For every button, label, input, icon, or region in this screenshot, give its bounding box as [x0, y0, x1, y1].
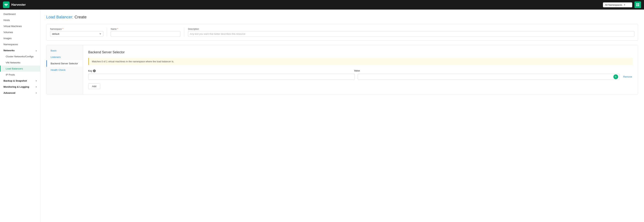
notice-text: Matches 0 of 1 virtual machines in the n…: [92, 60, 174, 63]
sidebar-item-images[interactable]: Images: [0, 35, 40, 41]
kv-value-header: Value: [354, 69, 617, 72]
key-header-text: Key: [88, 70, 92, 72]
kv-key-input[interactable]: app: [88, 74, 355, 80]
kv-add-button[interactable]: Add: [88, 83, 100, 89]
sidebar-item-dashboard[interactable]: Dashboard: [0, 11, 40, 17]
tab-content-backend-server-selector: Backend Server Selector Matches 0 of 1 v…: [83, 45, 638, 94]
kv-remove-button[interactable]: Remove: [622, 75, 633, 78]
description-label: Description: [188, 28, 634, 30]
svg-rect-3: [636, 3, 638, 5]
networks-expand-icon: ▲: [35, 49, 37, 52]
kv-key-header: Key i: [88, 69, 351, 72]
sidebar-item-networks[interactable]: Networks ▲: [0, 47, 40, 53]
kv-value-input[interactable]: nginx: [358, 74, 620, 80]
kv-header: Key i Value: [88, 69, 633, 72]
sidebar-label-images: Images: [4, 37, 12, 40]
description-input[interactable]: [188, 31, 634, 37]
form-row: Namespace * default Name * demo Descript…: [46, 24, 638, 41]
namespace-selector[interactable]: All Namespaces ▼: [603, 3, 632, 7]
backup-expand-icon: ▼: [35, 80, 37, 82]
key-info-icon[interactable]: i: [93, 69, 96, 72]
user-avatar[interactable]: [634, 2, 641, 8]
namespace-select[interactable]: default: [50, 31, 103, 37]
app-logo: Harvester: [3, 2, 26, 8]
notice-box: Matches 0 of 1 virtual machines in the n…: [88, 58, 633, 65]
content-panel: Basic Listeners Backend Server Selector …: [46, 45, 638, 94]
svg-rect-2: [5, 5, 6, 6]
navbar: Harvester All Namespaces ▼: [0, 0, 644, 10]
namespace-field: Namespace * default: [50, 28, 103, 37]
kv-refresh-button[interactable]: ↻: [614, 74, 618, 79]
sidebar-label-backup-snapshot: Backup & Snapshot: [4, 79, 27, 82]
name-field: Name * demo: [111, 28, 180, 37]
sidebar-item-vm-networks[interactable]: VM Networks: [0, 60, 40, 66]
sidebar-item-volumes[interactable]: Volumes: [0, 29, 40, 35]
sidebar-item-cluster-networks[interactable]: Cluster Networks/Configs: [0, 53, 40, 60]
svg-rect-4: [638, 3, 639, 5]
sidebar-item-advanced[interactable]: Advanced ▼: [0, 90, 40, 96]
app-name: Harvester: [11, 3, 26, 7]
value-header-text: Value: [354, 69, 360, 72]
chevron-down-icon: ▼: [624, 4, 626, 6]
namespace-selector-label: All Namespaces: [605, 4, 622, 6]
name-input[interactable]: demo: [111, 31, 180, 37]
tabs-panel: Basic Listeners Backend Server Selector …: [46, 45, 83, 94]
kv-value-wrapper: nginx ↻: [358, 74, 620, 80]
sidebar-label-ip-pools: IP Pools: [6, 73, 15, 76]
namespace-required-marker: *: [62, 28, 63, 30]
sidebar-label-monitoring-logging: Monitoring & Logging: [4, 85, 29, 88]
tab-listeners[interactable]: Listeners: [46, 54, 83, 60]
kv-actions-header: [620, 69, 633, 72]
description-field: Description: [188, 28, 634, 37]
page-title: Load Balancer: Create: [46, 15, 638, 20]
sidebar-item-ip-pools[interactable]: IP Pools: [0, 72, 40, 78]
sidebar-label-vms: Virtual Machines: [4, 25, 22, 28]
tab-health-check[interactable]: Health Check: [46, 67, 83, 73]
sidebar-item-hosts[interactable]: Hosts: [0, 17, 40, 23]
sidebar-label-volumes: Volumes: [4, 31, 13, 34]
form-divider-2: [184, 28, 184, 37]
kv-row: app nginx ↻ Remove: [88, 74, 633, 80]
name-label: Name *: [111, 28, 180, 30]
sidebar-item-load-balancers[interactable]: Load Balancers: [0, 66, 40, 72]
sidebar-label-cluster-networks: Cluster Networks/Configs: [6, 55, 34, 58]
sidebar-label-load-balancers: Load Balancers: [6, 67, 23, 70]
sidebar-item-backup-snapshot[interactable]: Backup & Snapshot ▼: [0, 78, 40, 84]
sidebar-label-namespaces: Namespaces: [4, 43, 18, 46]
svg-rect-6: [638, 5, 639, 6]
svg-rect-5: [636, 5, 638, 6]
sidebar-label-advanced: Advanced: [4, 91, 16, 94]
sidebar-label-hosts: Hosts: [4, 19, 10, 22]
name-required-marker: *: [117, 28, 118, 30]
page-title-prefix: Load Balancer:: [46, 15, 73, 19]
logo-icon: [3, 2, 10, 8]
sidebar: Dashboard Hosts Virtual Machines Volumes…: [0, 10, 40, 222]
layout: Dashboard Hosts Virtual Machines Volumes…: [0, 10, 644, 222]
namespace-label: Namespace *: [50, 28, 103, 30]
sidebar-item-virtual-machines[interactable]: Virtual Machines: [0, 23, 40, 29]
main-content: Load Balancer: Create Namespace * defaul…: [40, 10, 644, 222]
tab-basic[interactable]: Basic: [46, 47, 83, 54]
monitoring-expand-icon: ▼: [35, 86, 37, 88]
section-title: Backend Server Selector: [88, 50, 633, 54]
tab-backend-server-selector[interactable]: Backend Server Selector: [46, 60, 83, 67]
sidebar-item-namespaces[interactable]: Namespaces: [0, 41, 40, 47]
sidebar-label-networks: Networks: [4, 49, 15, 52]
advanced-expand-icon: ▼: [35, 92, 37, 94]
sidebar-label-vm-networks: VM Networks: [6, 61, 20, 64]
sidebar-item-monitoring-logging[interactable]: Monitoring & Logging ▼: [0, 84, 40, 90]
page-title-action-text: Create: [74, 15, 86, 19]
sidebar-label-dashboard: Dashboard: [4, 13, 16, 16]
